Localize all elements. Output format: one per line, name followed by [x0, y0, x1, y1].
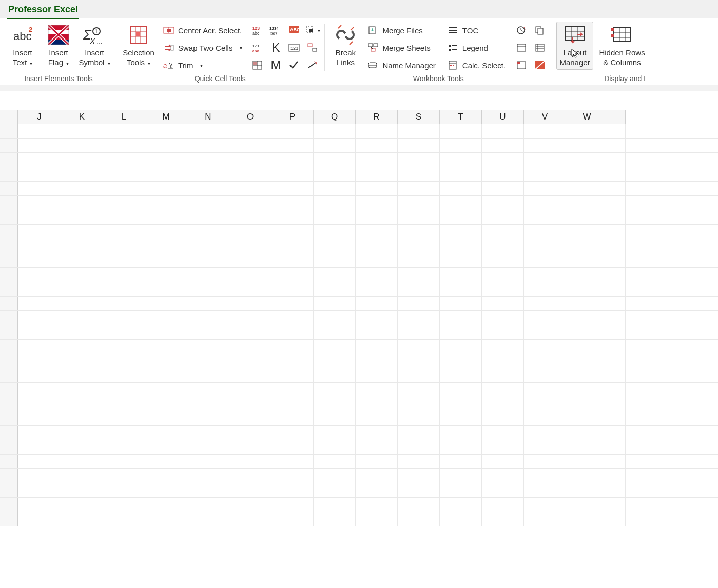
cell[interactable] [18, 225, 61, 239]
cell[interactable] [440, 512, 482, 526]
cell[interactable] [271, 139, 314, 152]
row-header[interactable] [0, 282, 18, 296]
cell[interactable] [271, 411, 314, 425]
cell[interactable] [482, 383, 524, 397]
cell[interactable] [398, 239, 440, 253]
cell[interactable] [314, 340, 356, 354]
cell[interactable] [482, 311, 524, 325]
cell[interactable] [229, 325, 271, 339]
cell[interactable] [356, 282, 398, 296]
sheet-corner-icon[interactable] [514, 57, 529, 73]
trim-button[interactable]: a Trim ▾ [161, 57, 244, 73]
cell[interactable] [187, 139, 229, 152]
cell[interactable] [229, 297, 271, 310]
cell[interactable] [103, 440, 145, 454]
cell[interactable] [18, 340, 61, 354]
cell[interactable] [566, 383, 608, 397]
cell[interactable] [314, 440, 356, 454]
cell[interactable] [524, 153, 566, 167]
cell[interactable] [187, 354, 229, 368]
hidden-rows-columns-button[interactable]: + + Hidden Rows& Columns [596, 22, 648, 70]
cell[interactable] [229, 411, 271, 425]
cell[interactable] [18, 440, 61, 454]
cell[interactable] [18, 297, 61, 310]
cell[interactable] [187, 483, 229, 497]
cell[interactable] [356, 153, 398, 167]
cell[interactable] [314, 483, 356, 497]
cell[interactable] [524, 282, 566, 296]
cell[interactable] [229, 268, 271, 282]
cell[interactable] [103, 311, 145, 325]
cell[interactable] [356, 139, 398, 152]
cell[interactable] [608, 268, 626, 282]
tab-professor-excel[interactable]: Professor Excel [7, 3, 79, 19]
cell[interactable] [271, 498, 314, 512]
cell[interactable] [187, 167, 229, 181]
cell[interactable] [187, 498, 229, 512]
cell[interactable] [524, 368, 566, 382]
cell[interactable] [608, 139, 626, 152]
cell[interactable] [398, 268, 440, 282]
cell[interactable] [314, 354, 356, 368]
cell[interactable] [398, 196, 440, 210]
cell[interactable] [61, 268, 103, 282]
cell[interactable] [61, 455, 103, 468]
cell[interactable] [566, 297, 608, 310]
cell[interactable] [103, 153, 145, 167]
cell[interactable] [398, 397, 440, 411]
cell[interactable] [103, 124, 145, 138]
cell[interactable] [229, 239, 271, 253]
cell[interactable] [524, 297, 566, 310]
cell[interactable] [271, 368, 314, 382]
cell[interactable] [566, 210, 608, 224]
cell[interactable] [145, 512, 187, 526]
cell[interactable] [145, 498, 187, 512]
cell[interactable] [314, 196, 356, 210]
cell[interactable] [187, 182, 229, 195]
row-header[interactable] [0, 210, 18, 224]
row-header[interactable] [0, 440, 18, 454]
cell[interactable] [608, 426, 626, 440]
cell[interactable] [18, 153, 61, 167]
cell[interactable] [187, 469, 229, 483]
cell[interactable] [103, 455, 145, 468]
cell[interactable] [398, 340, 440, 354]
sheet-list-icon[interactable] [532, 40, 548, 55]
cell[interactable] [103, 354, 145, 368]
cell[interactable] [103, 268, 145, 282]
cell[interactable] [271, 383, 314, 397]
cell[interactable] [566, 167, 608, 181]
cell[interactable] [271, 311, 314, 325]
cell[interactable] [314, 253, 356, 267]
cell[interactable] [482, 440, 524, 454]
selection-tools-button[interactable]: SelectionTools ▾ [120, 22, 158, 70]
cell[interactable] [18, 383, 61, 397]
cell[interactable] [356, 124, 398, 138]
cell[interactable] [398, 153, 440, 167]
insert-text-button[interactable]: abc 2 InsertText ▾ [6, 22, 39, 70]
cell[interactable] [440, 368, 482, 382]
cell[interactable] [103, 139, 145, 152]
cell[interactable] [61, 282, 103, 296]
cell[interactable] [187, 239, 229, 253]
link-arrow-icon[interactable] [305, 40, 320, 55]
cell[interactable] [271, 210, 314, 224]
cell[interactable] [524, 253, 566, 267]
cell[interactable] [103, 196, 145, 210]
cell[interactable] [61, 411, 103, 425]
cell[interactable] [482, 253, 524, 267]
column-header-R[interactable]: R [356, 110, 398, 124]
row-header[interactable] [0, 297, 18, 310]
cell[interactable] [566, 182, 608, 195]
cell[interactable] [314, 182, 356, 195]
cell[interactable] [314, 512, 356, 526]
cell[interactable] [145, 297, 187, 310]
cell[interactable] [566, 483, 608, 497]
cell[interactable] [18, 182, 61, 195]
cell[interactable] [482, 411, 524, 425]
cell[interactable] [187, 512, 229, 526]
cell[interactable] [482, 340, 524, 354]
cell[interactable] [482, 325, 524, 339]
cell[interactable] [271, 225, 314, 239]
cell[interactable] [440, 340, 482, 354]
